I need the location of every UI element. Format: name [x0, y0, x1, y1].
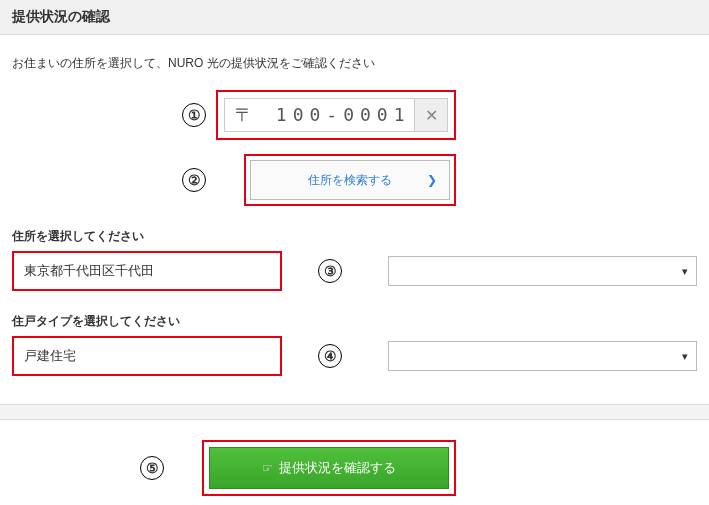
annotation-5: ⑤: [140, 456, 164, 480]
close-icon: ✕: [425, 106, 438, 125]
annotation-2: ②: [182, 168, 206, 192]
postal-input[interactable]: [224, 98, 414, 132]
address-value: 東京都千代田区千代田: [24, 262, 154, 280]
unit-type-row: 戸建住宅 ④: [12, 336, 697, 376]
unit-type-select[interactable]: [388, 341, 697, 371]
search-button-label: 住所を検索する: [308, 172, 392, 189]
annotation-3: ③: [318, 259, 342, 283]
address-row: 東京都千代田区千代田 ③: [12, 251, 697, 291]
unit-type-section-label: 住戸タイプを選択してください: [12, 313, 697, 330]
unit-type-value: 戸建住宅: [24, 347, 76, 365]
address-section-label: 住所を選択してください: [12, 228, 697, 245]
submit-label: 提供状況を確認する: [279, 459, 396, 477]
submit-highlight: ☞ 提供状況を確認する: [202, 440, 456, 496]
content: お住まいの住所を選択して、NURO 光の提供状況をご確認ください ① ✕ ② 住…: [0, 35, 709, 376]
postal-highlight: ✕: [216, 90, 456, 140]
address-select[interactable]: [388, 256, 697, 286]
annotation-4: ④: [318, 344, 342, 368]
instruction-text: お住まいの住所を選択して、NURO 光の提供状況をご確認ください: [12, 55, 697, 72]
search-row: ② 住所を検索する ❯: [182, 154, 697, 206]
page-title: 提供状況の確認: [12, 8, 110, 24]
search-highlight: 住所を検索する ❯: [244, 154, 456, 206]
footer-divider: [0, 404, 709, 420]
address-display: 東京都千代田区千代田: [12, 251, 282, 291]
pointer-icon: ☞: [262, 461, 273, 475]
submit-row: ⑤ ☞ 提供状況を確認する: [0, 420, 709, 505]
postal-clear-button[interactable]: ✕: [414, 98, 448, 132]
search-address-button[interactable]: 住所を検索する ❯: [250, 160, 450, 200]
check-availability-button[interactable]: ☞ 提供状況を確認する: [209, 447, 449, 489]
unit-type-display: 戸建住宅: [12, 336, 282, 376]
annotation-1: ①: [182, 103, 206, 127]
chevron-right-icon: ❯: [427, 173, 437, 187]
postal-row: ① ✕: [182, 90, 697, 140]
page-header: 提供状況の確認: [0, 0, 709, 35]
